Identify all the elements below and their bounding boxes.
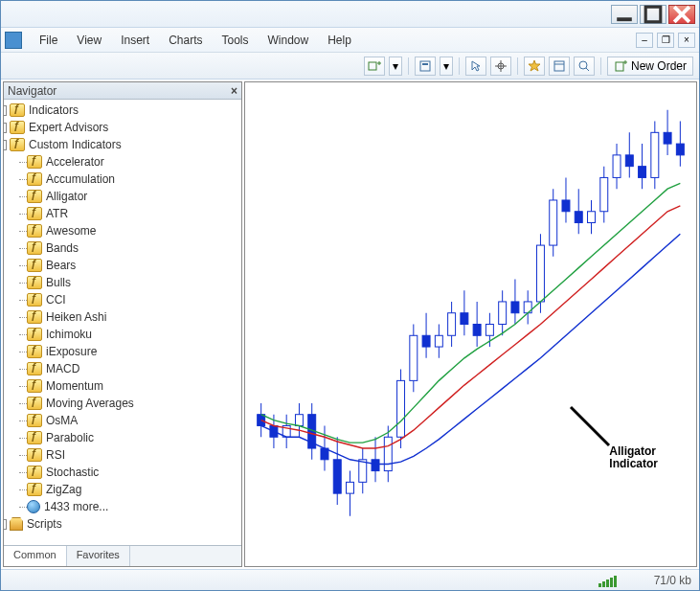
tree-expert-advisors[interactable]: +Expert Advisors xyxy=(6,119,239,136)
tree-item-moving-averages[interactable]: Moving Averages xyxy=(6,395,239,412)
tree-item-ichimoku[interactable]: Ichimoku xyxy=(6,326,239,343)
tree-item-rsi[interactable]: RSI xyxy=(6,446,239,464)
tree-item-accumulation[interactable]: Accumulation xyxy=(6,170,239,188)
statusbar: 71/0 kb xyxy=(1,569,699,590)
tree-item-bears[interactable]: Bears xyxy=(6,257,239,274)
tree-item-zigzag[interactable]: ZigZag xyxy=(6,481,239,498)
navigator-tree[interactable]: +Indicators+Expert Advisors−Custom Indic… xyxy=(4,100,241,545)
toolbar-cursor-button[interactable] xyxy=(465,57,486,76)
tree-item-bands[interactable]: Bands xyxy=(6,239,239,257)
toolbar-panel-button[interactable] xyxy=(549,57,570,76)
toolbar-dropdown-2[interactable]: ▾ xyxy=(440,57,453,76)
svg-rect-32 xyxy=(333,460,341,493)
svg-rect-86 xyxy=(676,144,684,155)
toolbar-dropdown-1[interactable]: ▾ xyxy=(389,57,402,76)
close-button[interactable] xyxy=(668,5,695,24)
tree-custom-indicators[interactable]: −Custom Indicators xyxy=(6,136,239,153)
new-order-icon xyxy=(614,59,627,73)
toolbar-search-button[interactable] xyxy=(574,57,595,76)
tree-item-parabolic-icon xyxy=(27,431,42,444)
sub-restore-button[interactable]: ❐ xyxy=(657,33,674,48)
chart-panel[interactable]: Alligator Indicator xyxy=(244,81,697,567)
tree-custom-indicators-icon xyxy=(10,138,25,151)
navigator-tree-wrap: +Indicators+Expert Advisors−Custom Indic… xyxy=(4,100,241,545)
svg-rect-46 xyxy=(422,335,430,347)
navigator-close-button[interactable]: × xyxy=(231,84,237,98)
tree-item-moving-averages-icon xyxy=(27,397,42,410)
menu-window[interactable]: Window xyxy=(259,30,319,51)
toolbar-separator xyxy=(600,57,601,75)
svg-rect-34 xyxy=(347,482,354,493)
tree-item-osma[interactable]: OsMA xyxy=(6,412,239,429)
toolbar-separator xyxy=(408,57,409,75)
tree-item-stochastic[interactable]: Stochastic xyxy=(6,464,239,481)
sub-minimize-button[interactable]: – xyxy=(636,33,653,48)
tree-item-cci[interactable]: CCI xyxy=(6,291,239,308)
connection-indicator xyxy=(598,574,637,587)
svg-rect-38 xyxy=(372,460,379,471)
svg-rect-60 xyxy=(511,302,519,313)
tree-item-iexposure[interactable]: iExposure xyxy=(6,343,239,360)
sub-close-button[interactable]: × xyxy=(678,33,695,48)
tree-item-momentum[interactable]: Momentum xyxy=(6,377,239,395)
status-kb: 71/0 kb xyxy=(654,574,691,587)
svg-rect-48 xyxy=(435,335,442,347)
toolbar-add-button[interactable] xyxy=(364,57,385,76)
menu-charts[interactable]: Charts xyxy=(159,30,212,51)
toolbar-star-button[interactable] xyxy=(524,57,545,76)
menu-tools[interactable]: Tools xyxy=(213,30,259,51)
chart-canvas xyxy=(245,82,696,566)
tree-item-osma-icon xyxy=(27,414,42,427)
tree-scripts[interactable]: +Scripts xyxy=(6,515,239,533)
tree-item-atr[interactable]: ATR xyxy=(6,205,239,222)
body: Navigator × +Indicators+Expert Advisors−… xyxy=(1,80,699,569)
svg-rect-16 xyxy=(616,62,623,71)
tree-item-macd[interactable]: MACD xyxy=(6,360,239,377)
svg-rect-56 xyxy=(485,325,493,336)
menu-view[interactable]: View xyxy=(67,30,111,51)
maximize-button[interactable] xyxy=(640,5,666,24)
tree-indicators[interactable]: +Indicators xyxy=(6,102,239,119)
svg-rect-78 xyxy=(625,155,633,167)
toolbar-crosshair-button[interactable] xyxy=(490,57,511,76)
svg-rect-40 xyxy=(384,437,392,470)
subwindow-controls: – ❐ × xyxy=(636,33,695,48)
toolbar-separator xyxy=(517,57,518,75)
svg-rect-26 xyxy=(295,415,303,426)
svg-rect-74 xyxy=(600,177,608,211)
svg-rect-58 xyxy=(499,302,507,325)
tab-common[interactable]: Common xyxy=(4,546,67,566)
tree-more[interactable]: 1433 more... xyxy=(6,498,239,515)
svg-rect-7 xyxy=(420,61,430,71)
tree-item-alligator-icon xyxy=(27,190,42,203)
tree-item-bulls[interactable]: Bulls xyxy=(6,274,239,291)
svg-rect-82 xyxy=(651,132,659,177)
svg-point-14 xyxy=(579,61,587,69)
tree-item-alligator[interactable]: Alligator xyxy=(6,188,239,205)
svg-rect-80 xyxy=(639,167,646,178)
navigator-title: Navigator xyxy=(8,84,56,98)
menu-insert[interactable]: Insert xyxy=(111,30,159,51)
tree-item-zigzag-icon xyxy=(27,483,42,496)
menu-help[interactable]: Help xyxy=(318,30,361,51)
tree-item-heiken-ashi[interactable]: Heiken Ashi xyxy=(6,308,239,326)
tree-item-momentum-icon xyxy=(27,379,42,393)
svg-rect-84 xyxy=(664,132,671,144)
tree-item-awesome[interactable]: Awesome xyxy=(6,222,239,239)
tree-item-awesome-icon xyxy=(27,224,42,238)
tree-item-bands-icon xyxy=(27,241,42,255)
tree-item-parabolic[interactable]: Parabolic xyxy=(6,429,239,446)
tree-item-accelerator[interactable]: Accelerator xyxy=(6,153,239,170)
svg-rect-12 xyxy=(554,61,564,71)
chart-annotation: Alligator Indicator xyxy=(609,445,658,470)
toolbar-separator xyxy=(459,57,460,75)
tab-favorites[interactable]: Favorites xyxy=(67,546,130,566)
titlebar xyxy=(1,1,699,28)
toolbar-profile-button[interactable] xyxy=(415,57,436,76)
menu-file[interactable]: File xyxy=(30,30,67,51)
minimize-button[interactable] xyxy=(611,5,638,24)
new-order-button[interactable]: New Order xyxy=(607,57,693,76)
svg-rect-66 xyxy=(550,200,557,245)
toolbar: ▾ ▾ New Order xyxy=(1,53,699,80)
navigator-header: Navigator × xyxy=(4,82,241,100)
